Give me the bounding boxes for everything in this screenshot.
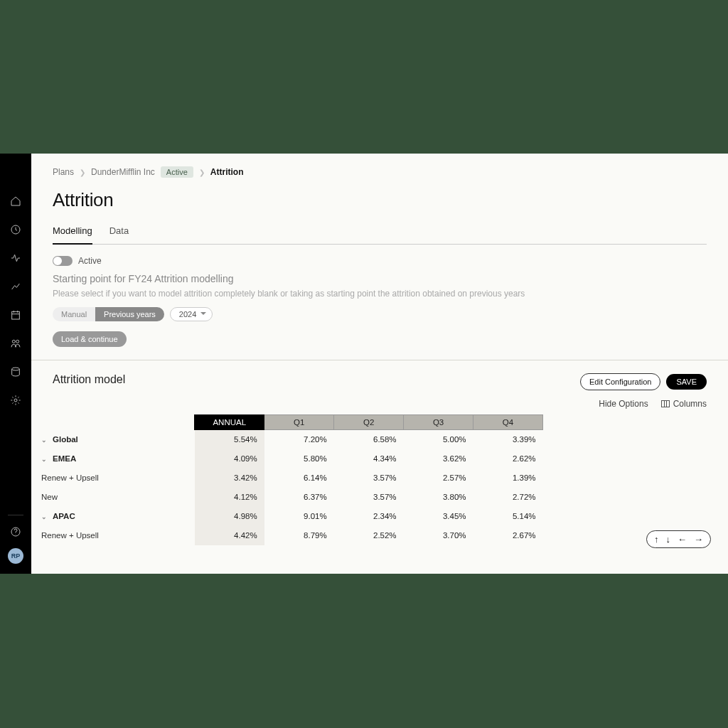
table-row: Renew + Upsell3.42%6.14%3.57%2.57%1.39%	[31, 469, 543, 488]
home-icon[interactable]	[9, 195, 22, 208]
row-label: Renew + Upsell	[31, 469, 195, 488]
app-window: RP Plans ❯ DunderMifflin Inc Active ❯ At…	[0, 154, 728, 574]
year-select[interactable]: 2024	[170, 307, 213, 321]
arrow-right-icon[interactable]: →	[694, 534, 703, 545]
settings-icon[interactable]	[9, 394, 22, 407]
svg-point-2	[12, 340, 15, 343]
segment-previous-years[interactable]: Previous years	[95, 307, 164, 321]
cell-q1[interactable]: 9.01%	[264, 507, 334, 526]
row-label: Renew + Upsell	[31, 526, 195, 545]
breadcrumb: Plans ❯ DunderMifflin Inc Active ❯ Attri…	[53, 166, 707, 178]
th-q4[interactable]: Q4	[473, 415, 543, 430]
cell-q4[interactable]: 2.72%	[473, 488, 543, 507]
section-description: Please select if you want to model attri…	[53, 289, 707, 299]
cell-q1[interactable]: 8.79%	[264, 526, 334, 545]
attrition-table: ANNUAL Q1 Q2 Q3 Q4 ⌄Global5.54%7.20%6.58…	[31, 414, 543, 545]
cell-annual[interactable]: 4.12%	[195, 488, 264, 507]
chevron-down-icon[interactable]: ⌄	[41, 456, 48, 463]
cell-q4[interactable]: 2.62%	[473, 449, 543, 469]
cell-q3[interactable]: 3.62%	[404, 449, 473, 469]
th-annual[interactable]: ANNUAL	[195, 415, 264, 430]
hide-options-link[interactable]: Hide Options	[599, 399, 648, 409]
tab-modelling[interactable]: Modelling	[53, 225, 92, 245]
cell-q4[interactable]: 3.39%	[473, 430, 543, 449]
columns-icon	[661, 400, 670, 407]
edit-config-button[interactable]: Edit Configuration	[580, 373, 660, 390]
chevron-down-icon[interactable]: ⌄	[41, 437, 48, 444]
people-icon[interactable]	[9, 337, 22, 350]
toggle-label: Active	[78, 256, 102, 266]
table-row: Renew + Upsell4.42%8.79%2.52%3.70%2.67%	[31, 526, 543, 545]
cell-q3[interactable]: 3.80%	[404, 488, 473, 507]
config-panel: Active Starting point for FY24 Attrition…	[31, 245, 728, 360]
calendar-icon[interactable]	[9, 309, 22, 321]
crumb-plans[interactable]: Plans	[53, 167, 74, 177]
cell-annual[interactable]: 5.54%	[195, 430, 264, 449]
arrow-left-icon[interactable]: ←	[678, 534, 687, 545]
svg-point-3	[16, 340, 19, 343]
activity-icon[interactable]	[9, 252, 22, 264]
row-label: New	[31, 488, 195, 507]
cell-q1[interactable]: 7.20%	[264, 430, 334, 449]
cell-q2[interactable]: 6.58%	[334, 430, 404, 449]
table-row: ⌄APAC4.98%9.01%2.34%3.45%5.14%	[31, 507, 543, 526]
cell-q1[interactable]: 5.80%	[264, 449, 334, 469]
columns-link[interactable]: Columns	[661, 399, 707, 409]
th-q1[interactable]: Q1	[264, 415, 334, 430]
tab-bar: Modelling Data	[53, 225, 707, 245]
svg-point-5	[14, 399, 17, 402]
arrow-down-icon[interactable]: ↓	[666, 534, 671, 545]
cell-q4[interactable]: 2.67%	[473, 526, 543, 545]
th-q3[interactable]: Q3	[404, 415, 473, 430]
mode-segmented: Manual Previous years	[53, 307, 164, 321]
cell-q4[interactable]: 5.14%	[473, 507, 543, 526]
load-continue-button[interactable]: Load & continue	[53, 331, 127, 347]
cell-q2[interactable]: 3.57%	[334, 488, 404, 507]
arrow-up-icon[interactable]: ↑	[654, 534, 659, 545]
navigation-arrows: ↑ ↓ ← →	[646, 530, 711, 548]
row-label[interactable]: ⌄APAC	[31, 507, 195, 526]
help-icon[interactable]	[9, 525, 22, 538]
cell-q2[interactable]: 3.57%	[334, 469, 404, 488]
sidebar-nav: RP	[0, 154, 31, 574]
th-q2[interactable]: Q2	[334, 415, 404, 430]
cell-q3[interactable]: 2.57%	[404, 469, 473, 488]
segment-manual[interactable]: Manual	[53, 307, 95, 321]
row-label[interactable]: ⌄Global	[31, 430, 195, 449]
svg-rect-1	[12, 311, 20, 319]
chart-icon[interactable]	[9, 280, 22, 293]
table-row: New4.12%6.37%3.57%3.80%2.72%	[31, 488, 543, 507]
th-blank	[31, 415, 195, 430]
database-icon[interactable]	[9, 365, 22, 378]
crumb-current: Attrition	[210, 167, 244, 177]
cell-q3[interactable]: 3.70%	[404, 526, 473, 545]
chevron-right-icon: ❯	[199, 168, 205, 176]
model-title: Attrition model	[53, 373, 125, 386]
row-label[interactable]: ⌄EMEA	[31, 449, 195, 469]
save-button[interactable]: SAVE	[666, 374, 707, 390]
user-avatar[interactable]: RP	[8, 548, 23, 564]
section-heading: Starting point for FY24 Attrition modell…	[53, 273, 707, 284]
tab-data[interactable]: Data	[109, 225, 129, 244]
cell-annual[interactable]: 3.42%	[195, 469, 264, 488]
page-title: Attrition	[53, 189, 707, 211]
cell-q3[interactable]: 5.00%	[404, 430, 473, 449]
chevron-down-icon[interactable]: ⌄	[41, 513, 48, 520]
chevron-right-icon: ❯	[80, 168, 85, 176]
cell-annual[interactable]: 4.42%	[195, 526, 264, 545]
cell-q1[interactable]: 6.37%	[264, 488, 334, 507]
cell-q2[interactable]: 2.34%	[334, 507, 404, 526]
cell-annual[interactable]: 4.09%	[195, 449, 264, 469]
cell-q3[interactable]: 3.45%	[404, 507, 473, 526]
cell-q2[interactable]: 4.34%	[334, 449, 404, 469]
active-toggle[interactable]	[53, 256, 73, 266]
columns-label: Columns	[673, 399, 707, 409]
cell-q2[interactable]: 2.52%	[334, 526, 404, 545]
clock-icon[interactable]	[9, 223, 22, 236]
crumb-company[interactable]: DunderMifflin Inc	[91, 167, 155, 177]
svg-point-4	[12, 368, 20, 370]
cell-annual[interactable]: 4.98%	[195, 507, 264, 526]
cell-q4[interactable]: 1.39%	[473, 469, 543, 488]
cell-q1[interactable]: 6.14%	[264, 469, 334, 488]
table-row: ⌄EMEA4.09%5.80%4.34%3.62%2.62%	[31, 449, 543, 469]
